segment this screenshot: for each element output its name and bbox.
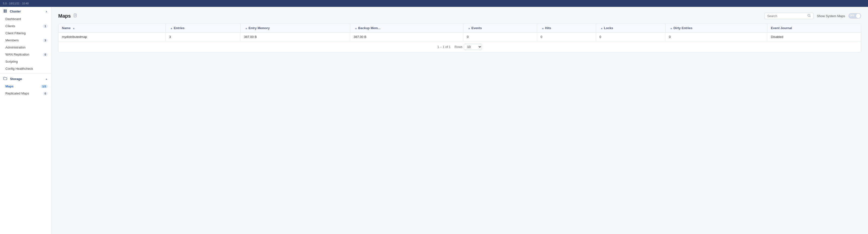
table-body: mydistributedmap 3 387.00 B 387.00 B 0 0… [59,33,861,41]
col-hits[interactable]: ▲ Hits [537,24,596,33]
cell-locks: 0 [596,33,665,41]
table-footer: 1 – 1 of 1 Rows 10 25 50 100 [59,41,861,52]
maps-badge: 1/3 [41,85,48,88]
sidebar-item-label: Members [5,38,19,42]
grid-icon [3,9,7,13]
table-row[interactable]: mydistributedmap 3 387.00 B 387.00 B 0 0… [59,33,861,41]
storage-section-items: Maps 1/3 Replicated Maps 0 [0,83,51,97]
col-locks[interactable]: ▲ Locks [596,24,665,33]
col-event-journal: Event Journal [767,24,861,33]
cell-dirty-entries: 0 [665,33,767,41]
sidebar-item-label: WAN Replication [5,53,29,56]
svg-rect-0 [4,9,5,11]
sort-arrow-icon: ▲ [468,27,470,30]
doc-icon[interactable] [73,13,77,18]
col-backup-memory[interactable]: ▲ Backup Mem... [350,24,463,33]
sidebar-item-wan-replication[interactable]: WAN Replication 0 [0,51,51,58]
storage-chevron-icon: ▲ [45,78,48,80]
cluster-section-items: Dashboard Clients 1 Client Filtering Mem… [0,16,51,72]
storage-section-label: Storage [10,77,22,81]
members-badge: 3 [43,39,48,42]
svg-rect-2 [4,11,5,12]
pagination-summary: 1 – 1 of 1 [437,45,451,49]
cell-name: mydistributedmap [59,33,166,41]
replicated-maps-badge: 0 [43,92,48,95]
cell-hits: 0 [537,33,596,41]
show-system-maps-label: Show System Maps [817,14,845,18]
col-name[interactable]: Name ▲ [59,24,166,33]
sort-arrow-icon: ▲ [72,27,75,30]
clients-badge: 1 [43,25,48,28]
sidebar: Cluster ▲ Dashboard Clients 1 Client Fil… [0,7,52,234]
sidebar-item-label: Administration [5,46,26,49]
maps-table-container: Name ▲ ▲ Entries ▲ Entry Memory ▲ [58,24,861,53]
sort-arrow-icon: ▲ [600,27,603,30]
toggle-off-text: OFF [850,14,855,17]
main-content: Maps [52,7,868,234]
cluster-section-header[interactable]: Cluster ▲ [0,7,51,16]
header-controls: Show System Maps OFF [765,13,861,19]
svg-line-9 [810,16,810,17]
svg-rect-3 [5,11,7,12]
maps-table: Name ▲ ▲ Entries ▲ Entry Memory ▲ [59,24,861,41]
cell-entries: 3 [166,33,241,41]
wan-replication-badge: 0 [43,53,48,56]
cluster-chevron-icon: ▲ [45,10,48,13]
sidebar-item-dashboard[interactable]: Dashboard [0,16,51,23]
sidebar-item-config-healthcheck[interactable]: Config Healthcheck [0,65,51,72]
sort-arrow-icon: ▲ [170,27,173,30]
sidebar-item-label: Replicated Maps [5,92,29,95]
sidebar-item-scripting[interactable]: Scripting [0,58,51,65]
sort-arrow-icon: ▲ [541,27,544,30]
storage-section-header[interactable]: Storage ▲ [0,75,51,83]
sidebar-item-administration[interactable]: Administration [0,44,51,51]
sidebar-item-label: Scripting [5,60,18,63]
table-header: Name ▲ ▲ Entries ▲ Entry Memory ▲ [59,24,861,33]
sidebar-item-label: Client Filtering [5,31,26,35]
page-title-area: Maps [58,13,77,19]
sidebar-item-label: Config Healthcheck [5,67,33,70]
col-events[interactable]: ▲ Events [463,24,537,33]
col-entry-memory[interactable]: ▲ Entry Memory [240,24,350,33]
col-entries[interactable]: ▲ Entries [166,24,241,33]
cell-entry-memory: 387.00 B [240,33,350,41]
cell-events: 0 [463,33,537,41]
sidebar-item-label: Clients [5,24,15,28]
rows-select[interactable]: Rows 10 25 50 100 [455,44,482,50]
svg-rect-1 [5,9,7,11]
show-system-maps-toggle[interactable]: OFF [848,13,861,19]
page-title: Maps [58,13,71,19]
page-header: Maps [58,13,861,19]
sidebar-item-maps[interactable]: Maps 1/3 [0,83,51,90]
cluster-section-label: Cluster [10,9,21,13]
sidebar-item-label: Maps [5,84,13,88]
sidebar-item-clients[interactable]: Clients 1 [0,23,51,30]
search-box[interactable] [765,13,813,19]
app-body: Cluster ▲ Dashboard Clients 1 Client Fil… [0,7,868,234]
cell-backup-memory: 387.00 B [350,33,463,41]
sidebar-item-client-filtering[interactable]: Client Filtering [0,30,51,37]
search-icon [808,14,811,18]
search-input[interactable] [767,14,806,18]
sidebar-item-replicated-maps[interactable]: Replicated Maps 0 [0,90,51,97]
rows-label: Rows [455,45,463,49]
cell-event-journal: Disabled [767,33,861,41]
toggle-knob [856,14,860,18]
sidebar-item-members[interactable]: Members 3 [0,37,51,44]
rows-per-page-select[interactable]: 10 25 50 100 [464,44,482,50]
folder-icon [3,77,7,81]
sort-arrow-icon: ▲ [245,27,248,30]
sort-arrow-icon: ▲ [355,27,358,30]
sort-arrow-icon: ▲ [670,27,673,30]
col-dirty-entries[interactable]: ▲ Dirty Entries [665,24,767,33]
section-divider [0,73,51,74]
top-bar: 5.0 - 18/11/21 - 10:40 [0,0,868,7]
table-header-row: Name ▲ ▲ Entries ▲ Entry Memory ▲ [59,24,861,33]
version-label: 5.0 - 18/11/21 - 10:40 [3,2,29,5]
sidebar-item-label: Dashboard [5,17,21,21]
